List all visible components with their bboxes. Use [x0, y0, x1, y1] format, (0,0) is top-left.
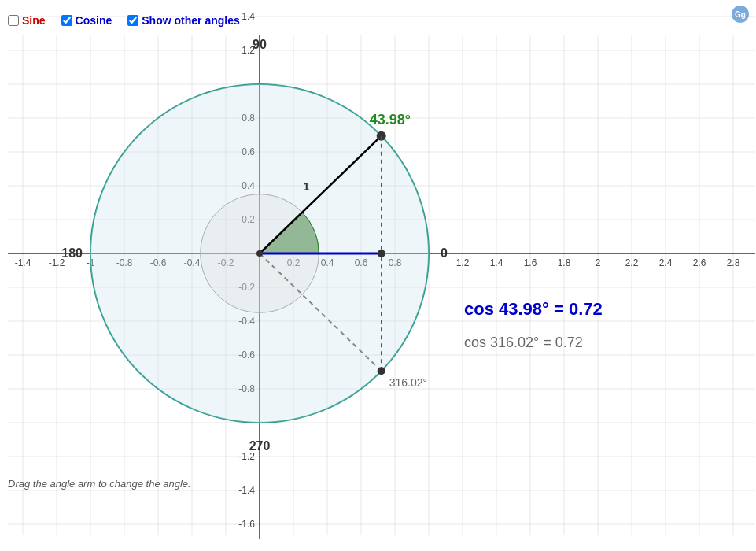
cosine-checkbox[interactable] [61, 15, 72, 26]
sine-checkbox[interactable] [8, 15, 19, 26]
other-angles-label: Show other angles [142, 14, 239, 27]
sine-checkbox-label[interactable]: Sine [8, 14, 46, 27]
secondary-equation: cos 316.02° = 0.72 [464, 335, 583, 351]
cosine-checkbox-label[interactable]: Cosine [61, 14, 112, 27]
drag-hint: Drag the angle arm to change the angle. [8, 478, 191, 490]
primary-equation: cos 43.98° = 0.72 [464, 299, 603, 320]
cosine-label: Cosine [76, 14, 112, 27]
other-angles-checkbox[interactable] [127, 15, 138, 26]
other-angles-checkbox-label[interactable]: Show other angles [127, 14, 239, 27]
sine-label: Sine [22, 14, 46, 27]
